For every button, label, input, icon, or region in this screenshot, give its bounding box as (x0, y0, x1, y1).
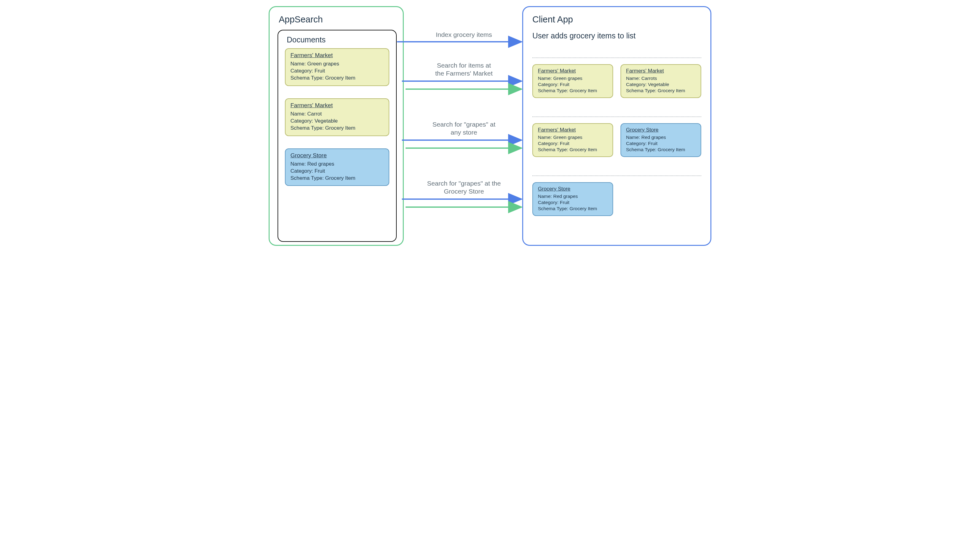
divider-dots (532, 175, 701, 176)
clientapp-subtitle: User adds grocery items to list (532, 31, 710, 40)
result-card: Farmers' Market Name: Green grapes Categ… (532, 64, 613, 98)
doc-store: Farmers' Market (290, 102, 384, 109)
result-line: Schema Type: Grocery Item (626, 88, 696, 94)
result-card: Farmers' Market Name: Carrots Category: … (620, 64, 701, 98)
doc-line: Schema Type: Grocery Item (290, 175, 384, 182)
documents-column: Farmers' Market Name: Green grapes Categ… (285, 48, 389, 186)
doc-line: Schema Type: Grocery Item (290, 125, 384, 132)
result-store: Farmers' Market (626, 68, 696, 74)
result-line: Schema Type: Grocery Item (626, 147, 696, 153)
doc-card: Farmers' Market Name: Green grapes Categ… (285, 48, 389, 86)
result-line: Name: Red grapes (626, 134, 696, 140)
result-card: Grocery Store Name: Red grapes Category:… (532, 182, 613, 216)
result-line: Category: Fruit (538, 199, 608, 206)
result-line: Category: Fruit (626, 140, 696, 147)
result-line: Name: Green grapes (538, 134, 608, 140)
result-store: Farmers' Market (538, 127, 608, 133)
doc-line: Name: Green grapes (290, 61, 384, 68)
result-card: Grocery Store Name: Red grapes Category:… (620, 123, 701, 157)
clientapp-title: Client App (532, 14, 710, 25)
result-line: Name: Green grapes (538, 75, 608, 81)
doc-card: Farmers' Market Name: Carrot Category: V… (285, 98, 389, 136)
doc-store: Farmers' Market (290, 52, 384, 59)
divider-dots (532, 116, 701, 117)
doc-line: Name: Carrot (290, 111, 384, 118)
doc-line: Name: Red grapes (290, 161, 384, 168)
result-line: Schema Type: Grocery Item (538, 88, 608, 94)
arrow-label-search-any: Search for "grapes" atany store (409, 120, 519, 137)
doc-card: Grocery Store Name: Red grapes Category:… (285, 148, 389, 186)
result-store: Farmers' Market (538, 68, 608, 74)
result-row: Grocery Store Name: Red grapes Category:… (532, 182, 701, 216)
doc-line: Category: Vegetable (290, 118, 384, 125)
result-line: Schema Type: Grocery Item (538, 206, 608, 212)
arrow-label-index: Index grocery items (409, 31, 519, 39)
documents-box: Documents Farmers' Market Name: Green gr… (278, 30, 397, 242)
result-line: Category: Fruit (538, 140, 608, 147)
result-line: Category: Vegetable (626, 81, 696, 88)
result-row: Farmers' Market Name: Green grapes Categ… (532, 64, 701, 98)
result-line: Schema Type: Grocery Item (538, 147, 608, 153)
doc-line: Category: Fruit (290, 168, 384, 175)
arrow-label-search-grocery: Search for "grapes" at theGrocery Store (409, 179, 519, 196)
result-row: Farmers' Market Name: Green grapes Categ… (532, 123, 701, 157)
doc-store: Grocery Store (290, 152, 384, 159)
result-line: Name: Red grapes (538, 193, 608, 199)
divider-dots (532, 57, 701, 58)
result-card: Farmers' Market Name: Green grapes Categ… (532, 123, 613, 157)
result-store: Grocery Store (626, 127, 696, 133)
doc-line: Schema Type: Grocery Item (290, 75, 384, 82)
appsearch-title: AppSearch (279, 14, 403, 25)
arrow-label-search-farmers: Search for items atthe Farmers' Market (409, 61, 519, 78)
documents-title: Documents (287, 35, 396, 44)
result-line: Category: Fruit (538, 81, 608, 88)
diagram-canvas: AppSearch Documents Farmers' Market Name… (264, 0, 716, 253)
doc-line: Category: Fruit (290, 68, 384, 75)
result-line: Name: Carrots (626, 75, 696, 81)
clientapp-panel: Client App User adds grocery items to li… (522, 6, 711, 246)
result-store: Grocery Store (538, 186, 608, 192)
appsearch-panel: AppSearch Documents Farmers' Market Name… (269, 6, 404, 246)
